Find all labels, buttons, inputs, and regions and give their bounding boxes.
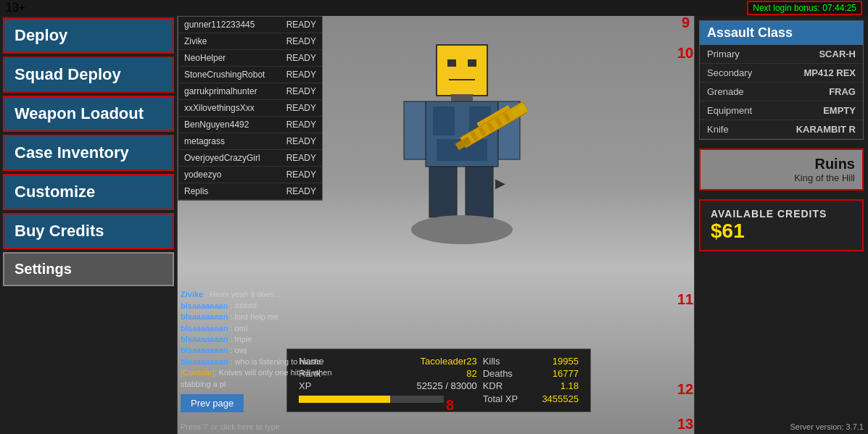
chat-line: blsaaaaaaan : lord help me — [181, 312, 351, 322]
total-xp-label: Total XP — [480, 392, 530, 406]
annotation-9: 9 — [682, 14, 690, 31]
name-value: Tacoleader23 — [355, 355, 480, 367]
loadout-label: Grenade — [707, 86, 744, 97]
sidebar-item-buy-credits[interactable]: Buy Credits — [3, 213, 174, 249]
player-list: gunner112233445READYZivikeREADYNeoHelper… — [178, 16, 323, 201]
player-row: NeoHelperREADY — [178, 50, 322, 67]
svg-point-22 — [411, 215, 513, 244]
credits-value: $61 — [711, 220, 852, 243]
svg-rect-11 — [429, 167, 457, 217]
player-row: garrukprimalhunterREADY — [178, 83, 322, 100]
kdr-label: KDR — [480, 380, 530, 392]
right-panel: 9 Assault Class PrimarySCAR-HSecondaryMP… — [694, 16, 868, 434]
player-name: NeoHelper — [184, 53, 226, 63]
player-row: ReplisREADY — [178, 183, 322, 200]
loadout-value: KARAMBIT R — [796, 124, 856, 135]
sidebar-item-weapon-loadout[interactable]: Weapon Loadout — [3, 96, 174, 132]
sidebar-item-customize[interactable]: Customize — [3, 174, 174, 210]
loadout-row-knife: KnifeKARAMBIT R — [700, 120, 863, 139]
kdr-value: 1.18 — [529, 380, 582, 392]
total-xp-value: 3455525 — [529, 392, 582, 406]
player-status: READY — [286, 53, 316, 63]
player-row: metagrassREADY — [178, 133, 322, 150]
player-row: ZivikeREADY — [178, 33, 322, 50]
sidebar-item-case-inventory[interactable]: Case Inventory — [3, 135, 174, 171]
annotation-8: 8 — [446, 397, 454, 414]
player-row: BenNguyen4492READY — [178, 117, 322, 133]
age-rating: 13+ — [6, 1, 25, 14]
player-name: xxXilovethingsXxx — [184, 103, 255, 113]
player-row: xxXilovethingsXxxREADY — [178, 100, 322, 117]
svg-rect-9 — [404, 101, 426, 159]
loadout-value: SCAR-H — [819, 49, 856, 59]
chat-line: blsaaaaaaan : oml — [181, 323, 351, 334]
player-name: StoneCrushingRobot — [184, 70, 265, 80]
svg-rect-12 — [466, 167, 493, 217]
xp-value: 52525 / 83000 — [355, 380, 480, 392]
kills-label: Kills — [480, 355, 530, 367]
chat-line: blsaaaaaaan : triple — [181, 334, 351, 345]
loadout-row-secondary: SecondaryMP412 REX — [700, 64, 863, 83]
chat-line: blsaaaaaaan : ##### — [181, 301, 351, 312]
player-name: BenNguyen4492 — [184, 120, 249, 130]
loadout-label: Secondary — [707, 67, 752, 78]
server-version: Server version: 3.7.1 — [790, 422, 864, 431]
chat-line: Zivike : Hmm yeah it does... — [181, 289, 351, 300]
kills-value: 19955 — [529, 355, 582, 367]
deaths-value: 16777 — [529, 367, 582, 380]
center-area: ▶ Name Tacoleader23 Kills 19955 Rank 82 … — [178, 16, 694, 434]
player-name: metagrass — [184, 136, 225, 146]
player-status: READY — [286, 103, 316, 113]
cursor: ▶ — [495, 175, 505, 191]
player-status: READY — [286, 70, 316, 80]
svg-rect-2 — [468, 59, 476, 67]
player-status: READY — [286, 120, 316, 130]
loadout-value: MP412 REX — [803, 67, 856, 78]
player-status: READY — [286, 170, 316, 180]
annotation-13: 13 — [677, 416, 693, 433]
player-status: READY — [286, 86, 316, 96]
loadout-row-primary: PrimarySCAR-H — [700, 45, 863, 64]
loadout-label: Primary — [707, 49, 740, 59]
player-row: yodeezyoREADY — [178, 167, 322, 183]
annotation-12: 12 — [677, 381, 693, 398]
player-status: READY — [286, 20, 316, 30]
svg-rect-0 — [437, 45, 487, 96]
loadout-row-equipment: EquipmentEMPTY — [700, 101, 863, 120]
class-header: Assault Class — [700, 21, 863, 45]
chat-input-hint[interactable]: Press '/' or click here to type — [181, 422, 280, 431]
player-status: READY — [286, 136, 316, 146]
svg-rect-4 — [451, 94, 473, 101]
credits-label: AVAILABLE CREDITS — [711, 208, 852, 220]
rank-value: 82 — [355, 367, 480, 380]
loadout-label: Equipment — [707, 105, 752, 116]
player-row: StoneCrushingRobotREADY — [178, 67, 322, 83]
map-name: Ruins — [708, 156, 855, 172]
sidebar: 1Deploy2Squad Deploy3Weapon Loadout4Case… — [0, 16, 178, 434]
svg-rect-1 — [447, 59, 456, 67]
loadout-value: EMPTY — [823, 105, 856, 116]
annotation-11: 11 — [677, 291, 693, 308]
sidebar-item-deploy[interactable]: Deploy — [3, 17, 174, 54]
deaths-label: Deaths — [480, 367, 530, 380]
loadout-row-grenade: GrenadeFRAG — [700, 83, 863, 101]
player-status: READY — [286, 36, 316, 46]
player-row: OverjoyedCrazyGirlREADY — [178, 150, 322, 167]
prev-page-button[interactable]: Prev page — [181, 394, 244, 412]
top-bar: 13+ Next login bonus: 07:44:25 — [0, 0, 868, 16]
loadout-rows: PrimarySCAR-HSecondaryMP412 REXGrenadeFR… — [700, 45, 863, 139]
player-status: READY — [286, 186, 316, 196]
player-row: gunner112233445READY — [178, 17, 322, 33]
sidebar-item-settings[interactable]: Settings — [3, 252, 174, 286]
loadout-label: Knife — [707, 124, 729, 135]
chat-area: Zivike : Hmm yeah it does...blsaaaaaaan … — [181, 289, 351, 412]
player-name: yodeezyo — [184, 170, 221, 180]
map-mode: King of the Hill — [708, 172, 855, 183]
annotation-10: 10 — [677, 45, 693, 62]
loadout-value: FRAG — [829, 86, 856, 97]
player-name: OverjoyedCrazyGirl — [184, 153, 260, 163]
chat-line: blsaaaaaaan : owj — [181, 345, 351, 356]
player-name: garrukprimalhunter — [184, 86, 257, 96]
sidebar-item-squad-deploy[interactable]: Squad Deploy — [3, 57, 174, 93]
credits-panel: AVAILABLE CREDITS $61 — [699, 199, 864, 251]
